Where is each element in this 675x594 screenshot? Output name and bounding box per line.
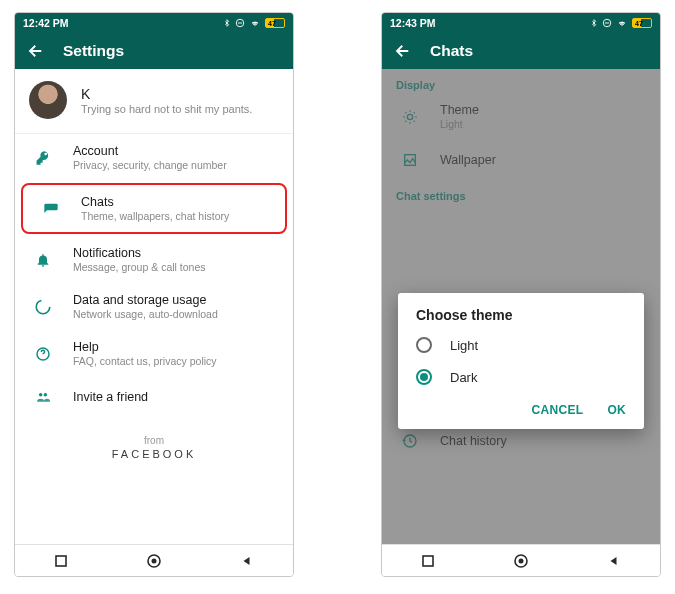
bluetooth-icon (223, 18, 231, 28)
app-bar: Chats (382, 33, 660, 69)
settings-item-data[interactable]: Data and storage usage Network usage, au… (15, 283, 293, 330)
theme-option-light[interactable]: Light (398, 329, 644, 361)
nav-back[interactable] (594, 555, 634, 567)
wifi-icon (616, 18, 628, 28)
bluetooth-icon (590, 18, 598, 28)
key-icon (33, 148, 53, 168)
item-sub: Theme, wallpapers, chat history (81, 210, 229, 222)
footer-from: from (15, 435, 293, 446)
appbar-title: Settings (63, 42, 124, 60)
chat-icon (41, 199, 61, 219)
appbar-title: Chats (430, 42, 473, 60)
radio-label: Light (450, 338, 478, 353)
nav-home[interactable] (134, 553, 174, 569)
status-bar: 12:43 PM 47 (382, 13, 660, 33)
settings-item-chats[interactable]: Chats Theme, wallpapers, chat history (21, 183, 287, 234)
avatar (29, 81, 67, 119)
item-title: Chats (81, 195, 229, 209)
nav-recents[interactable] (408, 555, 448, 567)
profile-row[interactable]: K Trying so hard not to shit my pants. (15, 69, 293, 134)
phone-settings: 12:42 PM 47 Settings K Trying so hard no… (14, 12, 294, 577)
nav-home[interactable] (501, 553, 541, 569)
radio-label: Dark (450, 370, 477, 385)
settings-item-invite[interactable]: Invite a friend (15, 377, 293, 417)
profile-name: K (81, 86, 252, 102)
data-usage-icon (33, 297, 53, 317)
settings-item-notifications[interactable]: Notifications Message, group & call tone… (15, 236, 293, 283)
radio-unchecked-icon (416, 337, 432, 353)
status-icons: 47 (590, 18, 652, 28)
help-icon (33, 344, 53, 364)
item-sub: Privacy, security, change number (73, 159, 227, 171)
ok-button[interactable]: OK (607, 403, 626, 417)
footer: from FACEBOOK (15, 417, 293, 478)
svg-point-7 (151, 558, 156, 563)
footer-brand: FACEBOOK (15, 448, 293, 460)
radio-checked-icon (416, 369, 432, 385)
svg-point-3 (39, 393, 43, 397)
status-icons: 47 (223, 18, 285, 28)
item-title: Help (73, 340, 217, 354)
dnd-icon (235, 18, 245, 28)
chats-content: Display Theme Light Wallpaper Chat setti… (382, 69, 660, 544)
profile-status: Trying so hard not to shit my pants. (81, 103, 252, 115)
wifi-icon (249, 18, 261, 28)
battery-icon: 47 (265, 18, 285, 28)
svg-point-14 (518, 558, 523, 563)
status-bar: 12:42 PM 47 (15, 13, 293, 33)
theme-dialog: Choose theme Light Dark CANCEL OK (398, 293, 644, 429)
back-icon[interactable] (27, 42, 45, 60)
nav-back[interactable] (227, 555, 267, 567)
cancel-button[interactable]: CANCEL (532, 403, 584, 417)
battery-icon: 47 (632, 18, 652, 28)
dnd-icon (602, 18, 612, 28)
svg-point-4 (44, 393, 48, 397)
item-title: Data and storage usage (73, 293, 218, 307)
dialog-title: Choose theme (398, 307, 644, 329)
settings-item-help[interactable]: Help FAQ, contact us, privacy policy (15, 330, 293, 377)
bell-icon (33, 250, 53, 270)
phone-chats-dialog: 12:43 PM 47 Chats Display Theme Light Wa… (381, 12, 661, 577)
item-title: Notifications (73, 246, 206, 260)
theme-option-dark[interactable]: Dark (398, 361, 644, 393)
svg-point-1 (36, 300, 50, 314)
app-bar: Settings (15, 33, 293, 69)
svg-rect-5 (56, 556, 66, 566)
item-sub: FAQ, contact us, privacy policy (73, 355, 217, 367)
nav-recents[interactable] (41, 555, 81, 567)
item-title: Account (73, 144, 227, 158)
android-navbar (382, 544, 660, 576)
status-time: 12:43 PM (390, 17, 436, 29)
android-navbar (15, 544, 293, 576)
svg-rect-12 (423, 556, 433, 566)
settings-item-account[interactable]: Account Privacy, security, change number (15, 134, 293, 181)
back-icon[interactable] (394, 42, 412, 60)
item-sub: Message, group & call tones (73, 261, 206, 273)
item-title: Invite a friend (73, 390, 148, 404)
status-time: 12:42 PM (23, 17, 69, 29)
settings-content: K Trying so hard not to shit my pants. A… (15, 69, 293, 544)
people-icon (33, 387, 53, 407)
item-sub: Network usage, auto-download (73, 308, 218, 320)
